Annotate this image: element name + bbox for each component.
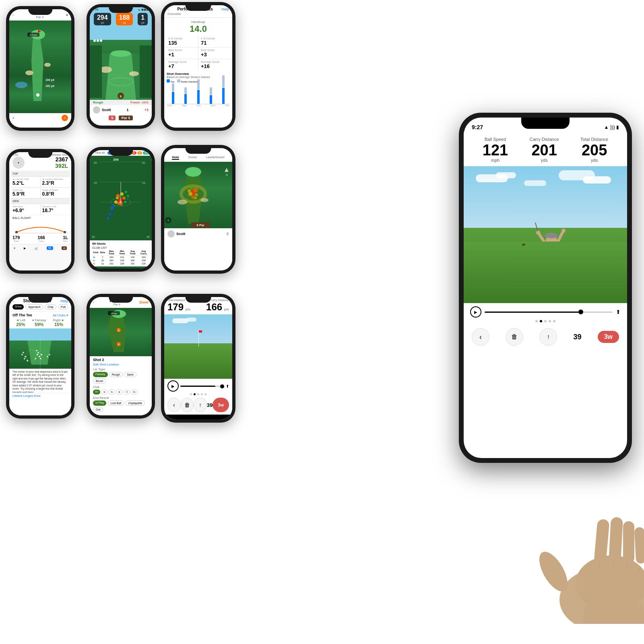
- phone1-back[interactable]: ‹: [12, 13, 14, 17]
- phone8-remove-shot[interactable]: Remove Shot: [93, 414, 149, 415]
- phone8-edit-shot[interactable]: Edit Shot Location: [93, 363, 149, 366]
- phone8-club-6i[interactable]: 6i: [116, 390, 123, 394]
- phone1-add-icon[interactable]: +: [62, 115, 68, 121]
- phone8-club-4i[interactable]: 4i: [101, 390, 108, 394]
- phone5-club-pw[interactable]: PW: [143, 151, 150, 155]
- phone7-tab-drive[interactable]: Drive: [12, 304, 24, 310]
- phone8-back[interactable]: ‹: [93, 300, 94, 304]
- phone2-power: Power -10%: [130, 101, 149, 104]
- phone4-aoa: Angle of Attack 0.8°R: [41, 188, 70, 198]
- phone7-left-label: ◄ Left: [16, 318, 25, 322]
- svg-point-113: [536, 231, 540, 235]
- phone9-share-icon[interactable]: ⬆: [226, 384, 229, 388]
- phone4-club-path: Club Path 5.9°R: [11, 188, 40, 198]
- phone6-tab-gross[interactable]: Gross: [188, 155, 197, 160]
- svg-text:2 Putts: 2 Putts: [111, 312, 117, 315]
- phone7-tab-approach[interactable]: Approach: [25, 304, 43, 310]
- phone2-remaining-unit: yd: [119, 21, 130, 24]
- phone-large-trash-btn[interactable]: 🗑: [506, 328, 523, 346]
- phone3-back[interactable]: ‹: [167, 7, 169, 11]
- phone2-gps-view: 7:06 ▲ ◼◼◼ 294 yd 188 yd 1 yd: [90, 7, 152, 100]
- phone-large-progress-bar[interactable]: [485, 312, 613, 313]
- svg-point-41: [114, 200, 118, 204]
- phone-large-back-btn[interactable]: ‹: [472, 328, 489, 346]
- phone2-player-name: Scott: [102, 108, 111, 112]
- phone8-lie-fairway[interactable]: Fairway: [93, 372, 108, 377]
- phone7-all-clubs[interactable]: All Clubs ▾: [53, 314, 68, 317]
- phone9-club-btn[interactable]: 3w: [213, 398, 229, 412]
- phone-large-progress-fill: [485, 312, 581, 313]
- phone7-tab-chip[interactable]: Chip: [45, 304, 56, 310]
- phone4-tool-shot-count[interactable]: 59: [47, 246, 53, 250]
- phone5-screen: ‹ Hide All 4i 5i 6i 7i 8i 9i PW: [90, 150, 152, 268]
- phone6-tab-hole[interactable]: Hole: [172, 155, 179, 160]
- phone4-tool-play[interactable]: ▶: [24, 247, 26, 250]
- phone5-hide-all[interactable]: Hide All: [95, 151, 105, 155]
- phone1-screen: ‹ Hole 10 Par 4 ≡: [9, 9, 71, 128]
- phone-large-club-btn[interactable]: 3w: [598, 331, 619, 343]
- phone7-help[interactable]: Help: [60, 299, 68, 303]
- phone6-screen: Scorecard Hole Gross Leaderboard: [164, 148, 232, 270]
- phone8-result-out[interactable]: Out: [93, 407, 103, 412]
- phone-large-share-icon[interactable]: ⬆: [616, 309, 621, 315]
- phone5-row-6i-carry: 135: [138, 262, 149, 265]
- phone7-back[interactable]: ‹: [12, 299, 14, 303]
- phone8-club-7i[interactable]: 7i: [124, 390, 130, 394]
- phone-large-cd-label: Carry Distance: [530, 137, 559, 142]
- phone4-tool-list[interactable]: ≡: [14, 247, 15, 250]
- phone1-settings-icon[interactable]: ≡: [66, 13, 68, 17]
- phone5-row-5i-club: 5i: [92, 259, 99, 262]
- phone9-back-btn[interactable]: ‹: [167, 398, 181, 412]
- phone5-map-area: 50 50 25 25 200: [90, 156, 152, 240]
- svg-point-78: [23, 352, 24, 353]
- phone9-progress[interactable]: [180, 386, 224, 387]
- phone8-result-inplay[interactable]: In Play: [93, 400, 106, 406]
- phone5-club-9i[interactable]: 9i: [137, 151, 142, 155]
- phone3-help[interactable]: Help: [221, 7, 229, 11]
- phone6-player: Scott: [167, 230, 186, 237]
- phone8-done[interactable]: Done: [139, 300, 149, 304]
- phone8-lie-sand[interactable]: Sand: [124, 372, 136, 377]
- phone-large-play-btn[interactable]: ▶: [470, 306, 481, 318]
- phone3-stat5: Average Score +7: [166, 59, 198, 70]
- phone9-export-btn[interactable]: ↑: [194, 398, 207, 412]
- phone8-club-3w[interactable]: 3w: [93, 390, 100, 394]
- phone7-overview: ‹ Shot Overview Help Drive Approach Chip…: [6, 294, 74, 419]
- phone5-club-list: 59 Shots CLUB LIST Club Shts Max Total M…: [90, 240, 152, 266]
- phone7-right-pct: 15%: [53, 322, 65, 327]
- svg-point-52: [125, 191, 127, 193]
- phone8-lie-rough[interactable]: Rough: [109, 372, 123, 377]
- phone8-club-5i[interactable]: 5i: [108, 390, 115, 394]
- phone4-dl-val: 18.7°: [42, 208, 68, 213]
- phone-large-bs-value: 121: [483, 142, 508, 158]
- phone9-play-btn[interactable]: ▶: [167, 380, 179, 392]
- phone9-dot2: [194, 393, 196, 395]
- phone8-club-8i[interactable]: 8i: [131, 390, 138, 394]
- phone4-side-spin: Side Spin +6.9°: [11, 204, 40, 215]
- phone8-lie-brush[interactable]: Brush: [93, 378, 106, 384]
- phone6-avatar: [167, 230, 175, 237]
- phone9-trash-btn[interactable]: 🗑: [181, 398, 194, 412]
- phone3-stat3: Best Score +1: [166, 47, 198, 59]
- phone5-back[interactable]: ‹: [91, 151, 92, 155]
- phone4-tool-club[interactable]: 4i: [62, 246, 67, 250]
- phone8-result-unplayable[interactable]: Unplayable: [125, 400, 145, 406]
- phone2-avatar: [93, 106, 100, 114]
- phone9-total-label: Total Distance: [167, 299, 185, 301]
- phone-large-wifi-icon: ))): [610, 124, 616, 130]
- phone-large-export-btn[interactable]: ↑: [539, 328, 557, 346]
- phone3-stat1: # of rounds 135: [166, 36, 198, 47]
- svg-point-63: [195, 193, 198, 196]
- phone5-col-carry: Avg Carry: [138, 250, 149, 256]
- phone8-result-lost[interactable]: Lost Ball: [107, 400, 124, 406]
- phone5-col-club: Club: [92, 250, 99, 256]
- phone2-par: Par 5: [119, 116, 132, 120]
- svg-point-81: [21, 354, 23, 355]
- phone5-row-6i-shots: 11: [99, 262, 106, 265]
- phone1-list-icon[interactable]: ≡: [12, 116, 14, 120]
- phone7-tab-putt[interactable]: Putt: [58, 304, 68, 310]
- phone6-tab-leaderboard[interactable]: Leaderboard: [206, 155, 224, 160]
- phone7-fw-label: ♦ Fairway: [32, 318, 46, 322]
- phone7-lifetime[interactable]: Lifetime Longest Drive: [9, 393, 71, 398]
- phone4-tool-graph[interactable]: 📊: [34, 247, 38, 250]
